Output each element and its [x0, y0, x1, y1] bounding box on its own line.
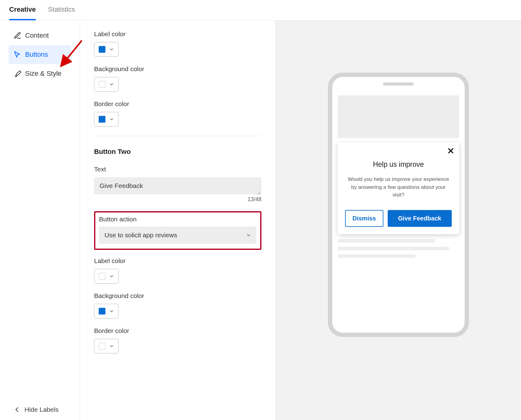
sidebar-item-content[interactable]: Content [9, 26, 71, 45]
chevron-down-icon [109, 344, 114, 349]
border-color-dropdown-2[interactable] [94, 339, 119, 353]
background-color-label: Background color [94, 292, 261, 300]
field-text: Text 13/48 [94, 166, 261, 203]
border-color-dropdown-1[interactable] [94, 112, 119, 127]
modal-body: Would you help us improve your experienc… [345, 175, 452, 199]
chevron-down-icon [109, 82, 114, 87]
preview-area: ✕ Help us improve Would you help us impr… [276, 21, 521, 420]
brush-icon [13, 70, 21, 78]
chevron-down-icon [109, 47, 114, 52]
sidebar-item-buttons[interactable]: Buttons [9, 45, 71, 64]
label-color-label: Label color [94, 257, 261, 265]
chevron-down-icon [246, 233, 251, 238]
modal-buttons: Dismiss Give Feedback [345, 210, 452, 227]
field-label-color-1: Label color [94, 30, 261, 57]
feedback-modal: ✕ Help us improve Would you help us impr… [338, 143, 459, 234]
label-color-dropdown-1[interactable] [94, 42, 119, 57]
color-swatch-blue [99, 308, 105, 315]
hide-labels-text: Hide Labels [25, 406, 59, 413]
color-swatch-blue [99, 46, 105, 53]
field-border-color-1: Border color [94, 100, 261, 127]
color-swatch-blue [99, 116, 105, 123]
resize-handle-icon [257, 190, 260, 193]
button-two-heading: Button Two [94, 148, 261, 156]
background-color-dropdown-2[interactable] [94, 304, 119, 319]
phone-content: ✕ Help us improve Would you help us impr… [332, 95, 465, 258]
sidebar-item-label: Buttons [25, 51, 48, 59]
modal-title: Help us improve [345, 160, 452, 169]
button-action-value: Use to solicit app reviews [105, 231, 177, 239]
border-color-label: Border color [94, 327, 261, 334]
field-label-color-2: Label color [94, 257, 261, 284]
button-action-label: Button action [99, 216, 257, 223]
sidebar-item-label: Size & Style [25, 70, 62, 78]
close-icon[interactable]: ✕ [447, 147, 454, 155]
placeholder-hero [338, 95, 459, 138]
give-feedback-button[interactable]: Give Feedback [388, 210, 452, 227]
dismiss-button[interactable]: Dismiss [345, 210, 383, 227]
background-color-label: Background color [94, 65, 261, 73]
hide-labels-toggle[interactable]: Hide Labels [13, 406, 59, 414]
field-background-color-2: Background color [94, 292, 261, 319]
field-border-color-2: Border color [94, 327, 261, 353]
tab-creative[interactable]: Creative [9, 6, 36, 20]
background-color-dropdown-1[interactable] [94, 77, 119, 92]
field-background-color-1: Background color [94, 65, 261, 92]
button-action-select[interactable]: Use to solicit app reviews [99, 227, 257, 244]
color-swatch-white [99, 273, 105, 280]
placeholder-line [338, 247, 449, 250]
section-divider [94, 136, 261, 136]
sidebar-item-label: Content [25, 32, 49, 40]
edit-icon [13, 32, 21, 40]
tab-statistics[interactable]: Statistics [48, 6, 75, 20]
sidebar-item-sizestyle[interactable]: Size & Style [9, 64, 71, 83]
chevron-down-icon [109, 274, 114, 279]
color-swatch-white [99, 81, 105, 88]
left-sidebar: Content Buttons Size & Style Hide Labels [0, 21, 80, 420]
settings-panel: Label color Background color Border colo… [80, 21, 276, 420]
border-color-label: Border color [94, 100, 261, 108]
placeholder-line [338, 239, 435, 242]
placeholder-line [338, 254, 415, 258]
button-action-highlight: Button action Use to solicit app reviews [94, 211, 261, 250]
button-text-input[interactable] [94, 177, 261, 194]
phone-speaker [383, 82, 414, 86]
chevron-down-icon [109, 117, 114, 122]
main-layout: Content Buttons Size & Style Hide Labels… [0, 21, 521, 420]
cursor-icon [13, 51, 21, 59]
text-label: Text [94, 166, 261, 173]
color-swatch-white [99, 343, 105, 349]
label-color-dropdown-2[interactable] [94, 269, 119, 284]
phone-frame: ✕ Help us improve Would you help us impr… [328, 73, 469, 337]
label-color-label: Label color [94, 30, 261, 38]
top-tabs: Creative Statistics [0, 0, 521, 21]
char-count: 13/48 [94, 196, 261, 203]
chevron-down-icon [109, 309, 114, 314]
chevron-left-icon [13, 406, 21, 414]
